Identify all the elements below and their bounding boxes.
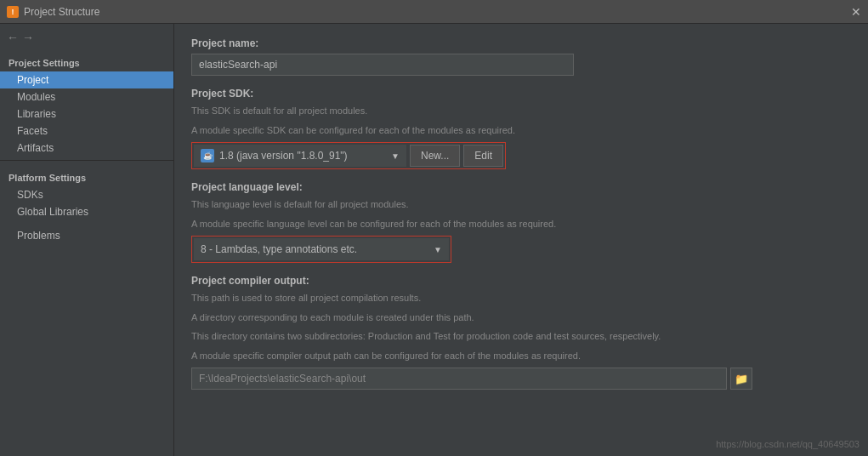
title-bar: ! Project Structure ✕	[0, 0, 868, 24]
project-settings-label: Project Settings	[0, 51, 173, 71]
sidebar-item-facets[interactable]: Facets	[0, 123, 173, 140]
edit-sdk-button[interactable]: Edit	[463, 145, 503, 167]
main-layout: ← → Project Settings Project Modules Lib…	[0, 24, 868, 456]
compiler-output-desc4: A module specific compiler output path c…	[191, 349, 851, 363]
lang-level-desc1: This language level is default for all p…	[191, 197, 851, 212]
compiler-output-label: Project compiler output:	[191, 275, 851, 287]
sdk-version-text: 1.8 (java version "1.8.0_91")	[219, 150, 386, 162]
sidebar-item-project[interactable]: Project	[0, 71, 173, 88]
project-name-section: Project name:	[191, 37, 851, 76]
lang-dropdown-wrapper: 8 - Lambdas, type annotations etc. ▼	[191, 236, 451, 263]
platform-settings-label: Platform Settings	[0, 164, 173, 186]
new-sdk-button[interactable]: New...	[410, 145, 460, 167]
sdk-dropdown-arrow-icon: ▼	[391, 151, 400, 161]
sidebar-divider	[0, 160, 173, 161]
compiler-output-path-input[interactable]	[191, 368, 727, 390]
sdk-desc2: A module specific SDK can be configured …	[191, 123, 851, 138]
back-arrow[interactable]: ←	[7, 31, 19, 44]
sidebar-item-global-libraries[interactable]: Global Libraries	[0, 203, 173, 220]
sidebar-item-problems[interactable]: Problems	[0, 227, 173, 244]
compiler-output-desc3: This directory contains two subdirectori…	[191, 329, 851, 344]
sidebar-item-artifacts[interactable]: Artifacts	[0, 140, 173, 157]
project-name-input[interactable]	[191, 54, 574, 76]
sdk-dropdown[interactable]: ☕ 1.8 (java version "1.8.0_91") ▼	[194, 145, 406, 167]
lang-dropdown-arrow-icon: ▼	[434, 245, 442, 254]
close-button[interactable]: ✕	[851, 5, 861, 19]
browse-folder-button[interactable]: 📁	[730, 368, 752, 390]
sdk-java-icon: ☕	[201, 149, 214, 162]
content-panel: Project name: Project SDK: This SDK is d…	[174, 24, 868, 456]
lang-level-desc2: A module specific language level can be …	[191, 217, 851, 231]
nav-arrows: ← →	[0, 27, 173, 51]
project-language-level-label: Project language level:	[191, 181, 851, 193]
language-level-dropdown[interactable]: 8 - Lambdas, type annotations etc. ▼	[194, 238, 449, 260]
compiler-output-section: Project compiler output: This path is us…	[191, 275, 851, 390]
sdk-desc1: This SDK is default for all project modu…	[191, 104, 851, 118]
sidebar-item-modules[interactable]: Modules	[0, 88, 173, 105]
title-bar-left: ! Project Structure	[7, 6, 99, 18]
sdk-row: ☕ 1.8 (java version "1.8.0_91") ▼ New...…	[191, 142, 506, 169]
sidebar-item-libraries[interactable]: Libraries	[0, 105, 173, 123]
project-language-level-section: Project language level: This language le…	[191, 181, 851, 263]
project-sdk-section: Project SDK: This SDK is default for all…	[191, 88, 851, 169]
compiler-output-desc1: This path is used to store all project c…	[191, 291, 851, 305]
lang-level-value: 8 - Lambdas, type annotations etc.	[201, 243, 428, 255]
sidebar-item-sdks[interactable]: SDKs	[0, 186, 173, 203]
watermark: https://blog.csdn.net/qq_40649503	[716, 439, 859, 449]
dialog-title: Project Structure	[24, 6, 99, 18]
forward-arrow[interactable]: →	[22, 31, 34, 44]
app-icon: !	[7, 6, 19, 18]
compiler-output-desc2: A directory corresponding to each module…	[191, 311, 851, 325]
project-name-label: Project name:	[191, 37, 851, 49]
output-path-row: 📁	[191, 368, 752, 390]
project-sdk-label: Project SDK:	[191, 88, 851, 100]
sidebar: ← → Project Settings Project Modules Lib…	[0, 24, 174, 456]
